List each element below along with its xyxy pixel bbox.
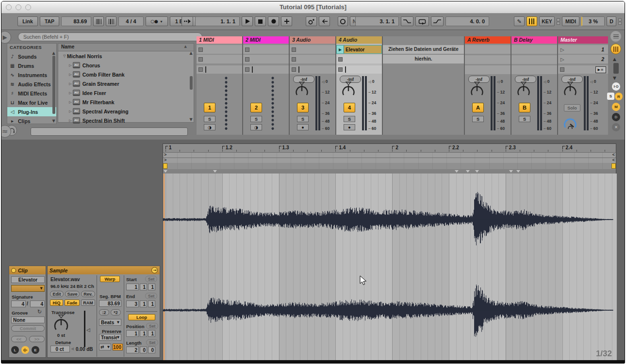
show-crossfader-button[interactable]: ✕ [612, 123, 620, 131]
sample-box-tab[interactable] [21, 346, 29, 354]
hiq-toggle[interactable]: HiQ [50, 300, 63, 306]
scroll-up-icon[interactable]: ▲ [613, 57, 616, 62]
arm-button[interactable]: ◑ [204, 124, 215, 130]
transient-marker-icon[interactable] [466, 170, 470, 173]
end-beats-field[interactable]: 1 [140, 301, 147, 307]
track-header[interactable]: 4 Audio [336, 36, 382, 44]
pan-knob[interactable] [340, 81, 357, 99]
track-activator-button[interactable]: 4 [344, 103, 355, 112]
browser-play-icon[interactable]: ▶ [1, 31, 11, 44]
arm-button[interactable]: ● [297, 124, 309, 130]
computer-midi-keyboard-button[interactable] [527, 16, 537, 26]
transient-marker-strip[interactable] [163, 169, 616, 174]
reverse-sample-button[interactable]: Rev. [81, 291, 95, 297]
track-header[interactable]: 2 MIDI [243, 36, 289, 44]
signature-numerator-field[interactable]: 4 [11, 301, 26, 307]
clip-slot[interactable] [290, 55, 335, 63]
arrangement-overview-icon[interactable] [610, 31, 621, 42]
set-length-button[interactable]: Set [146, 339, 158, 346]
signature-denominator-field[interactable]: 4 [30, 301, 45, 307]
punch-out-button[interactable] [431, 16, 444, 26]
next-clip-button[interactable]: >> [29, 336, 45, 342]
sidebar-item-midi-effects[interactable]: ♯MIDI Effects [7, 89, 56, 98]
track-header[interactable]: A Reverb [465, 36, 511, 44]
position-beats-field[interactable]: 1 [140, 330, 147, 337]
clip-play-button[interactable]: ▶ [337, 46, 344, 53]
link-button[interactable]: Link [17, 16, 38, 26]
track-activator-button[interactable]: 2 [250, 103, 262, 112]
set-position-button[interactable]: Set [146, 323, 158, 329]
plugin-row[interactable]: ▷AUMr Filterbank [58, 97, 194, 107]
show-mixer-button[interactable]: M [612, 103, 620, 111]
back-to-arrangement-button[interactable] [319, 16, 330, 26]
clip-slot[interactable] [243, 55, 289, 63]
preview-status-box[interactable] [31, 127, 188, 136]
track-activator-button[interactable]: 1 [204, 103, 215, 112]
scrollbar-thumb[interactable] [613, 63, 619, 74]
back-to-arrangement-button[interactable]: ▶≡ [595, 66, 606, 73]
edit-sample-button[interactable]: Edit [50, 291, 64, 297]
scroll-up-icon[interactable]: ▲ [189, 51, 193, 55]
start-end-marker-row[interactable] [163, 163, 616, 169]
transient-marker-icon[interactable] [213, 170, 217, 173]
tap-tempo-button[interactable]: TAP [40, 16, 59, 26]
nudge-down-button[interactable] [93, 16, 104, 26]
transient-envelope-field[interactable]: 100 [113, 344, 123, 350]
solo-button[interactable]: S [472, 116, 484, 122]
warp-toggle[interactable]: Warp [100, 276, 120, 282]
sidebar-item-instruments[interactable]: ∿Instruments [7, 70, 56, 79]
scene-slot[interactable]: ▷1 [558, 45, 608, 54]
transient-marker-icon[interactable] [475, 170, 479, 173]
scene-launch-icon[interactable]: ▷ [560, 47, 564, 52]
solo-button[interactable]: S [204, 116, 215, 122]
categories-scrollbar[interactable]: ▲ ▼ [51, 51, 56, 123]
position-sixteenths-field[interactable]: 1 [148, 330, 155, 337]
show-sends-button[interactable]: S [607, 93, 614, 100]
scrollbar-thumb[interactable] [52, 56, 55, 114]
scene-slot[interactable]: ▷2 [558, 55, 608, 63]
track-activator-button[interactable]: 3 [297, 103, 309, 112]
plugin-row[interactable]: ▷AUSpectral Averaging [58, 107, 194, 116]
transient-marker-icon[interactable] [516, 170, 520, 173]
track-activator-button[interactable]: A [472, 103, 484, 112]
key-map-button[interactable]: KEY [539, 16, 555, 26]
preserve-selector[interactable]: Transient▼ [99, 334, 121, 341]
solo-button[interactable]: S [250, 116, 262, 122]
arm-button[interactable]: ● [344, 124, 355, 130]
fade-toggle[interactable]: Fade [65, 300, 80, 306]
transpose-knob[interactable] [52, 315, 70, 333]
groove-selector[interactable]: None [11, 317, 45, 323]
clip-end-marker[interactable] [611, 163, 616, 169]
clip-stop-button[interactable] [198, 67, 203, 72]
end-bars-field[interactable]: 3 [126, 301, 139, 307]
loop-length-display[interactable]: 4. 0. 0 [445, 16, 489, 26]
arrangement-position-display[interactable]: 1. 1. 1 [195, 16, 240, 26]
scrollbar-thumb[interactable] [190, 76, 193, 90]
clip-stop-slot[interactable] [336, 65, 382, 74]
clip-stop-button[interactable] [245, 67, 249, 72]
set-start-button[interactable]: Set [145, 276, 157, 282]
triangle-collapsed-icon[interactable]: ▷ [68, 119, 73, 123]
follow-button[interactable] [181, 16, 193, 26]
cue-volume-knob[interactable] [562, 114, 578, 132]
session-view-icon[interactable] [610, 44, 621, 54]
pan-knob[interactable] [562, 81, 578, 99]
clip-gain-slider[interactable] [84, 311, 85, 347]
scroll-down-icon[interactable]: ▼ [189, 117, 193, 122]
save-sample-button[interactable]: Save [65, 291, 80, 297]
session-record-button[interactable] [338, 16, 348, 26]
clip-color-chooser[interactable]: ▼ [11, 285, 45, 292]
envelope-box-tab[interactable]: E [32, 346, 39, 354]
nudge-up-button[interactable] [106, 16, 116, 26]
solo-button[interactable]: S [297, 116, 309, 122]
arm-button[interactable]: ◑ [250, 124, 262, 130]
triangle-collapsed-icon[interactable]: ▷ [68, 110, 73, 113]
show-io-button[interactable]: I·O [612, 82, 620, 91]
triangle-collapsed-icon[interactable]: ▷ [68, 63, 73, 67]
scroll-up-icon[interactable]: ▲ [51, 51, 56, 55]
tempo-display[interactable]: 83.69 [61, 16, 91, 26]
sidebar-item-plug-ins[interactable]: ◁Plug-Ins [7, 107, 56, 116]
master-stop-slot[interactable]: ▶≡ [558, 65, 608, 74]
pan-knob[interactable] [515, 81, 532, 99]
clip-name-field[interactable]: Elevator [11, 276, 45, 283]
